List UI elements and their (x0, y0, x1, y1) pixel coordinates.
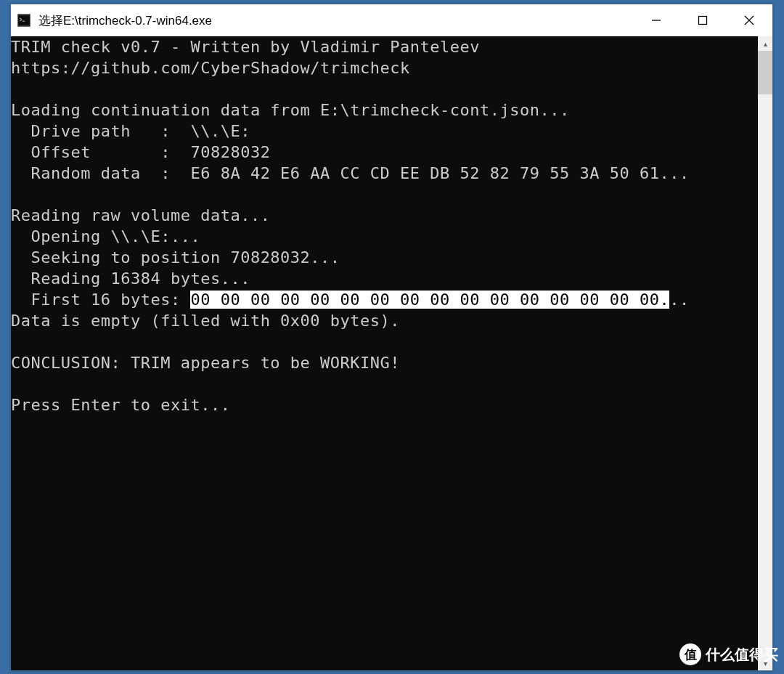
output-line: Offset : 70828032 (11, 143, 270, 161)
window-title: 选择E:\trimcheck-0.7-win64.exe (38, 12, 633, 29)
output-line: Reading raw volume data... (11, 206, 270, 224)
output-line: Loading continuation data from E:\trimch… (11, 101, 570, 119)
console-output[interactable]: TRIM check v0.7 - Written by Vladimir Pa… (11, 36, 758, 670)
watermark-text: 什么值得买 (706, 645, 778, 665)
app-window: 选择E:\trimcheck-0.7-win64.exe TRIM check … (10, 4, 773, 671)
maximize-button[interactable] (679, 4, 726, 36)
output-line: Reading 16384 bytes... (11, 269, 250, 288)
minimize-button[interactable] (633, 4, 679, 36)
output-line: Opening \\.\E:... (11, 227, 200, 245)
svg-rect-4 (699, 17, 707, 25)
svg-rect-1 (18, 15, 30, 25)
selected-text: 00 00 00 00 00 00 00 00 00 00 00 00 00 0… (190, 291, 669, 309)
title-bar[interactable]: 选择E:\trimcheck-0.7-win64.exe (11, 4, 772, 36)
output-line: Seeking to position 70828032... (11, 248, 340, 267)
output-line: https://github.com/CyberShadow/trimcheck (11, 59, 410, 77)
output-line-suffix: .. (669, 291, 690, 309)
vertical-scrollbar[interactable]: ▴ ▾ (758, 36, 772, 670)
scroll-thumb[interactable] (758, 51, 772, 94)
watermark: 值 什么值得买 (679, 643, 778, 665)
window-controls (633, 4, 772, 36)
console-app-icon (17, 13, 31, 28)
output-line: Press Enter to exit... (11, 396, 230, 414)
output-line: Drive path : \\.\E: (11, 122, 250, 140)
scroll-up-arrow-icon[interactable]: ▴ (758, 36, 772, 51)
output-line: CONCLUSION: TRIM appears to be WORKING! (11, 354, 400, 372)
console-area: TRIM check v0.7 - Written by Vladimir Pa… (11, 36, 772, 670)
close-button[interactable] (726, 4, 772, 36)
output-line: TRIM check v0.7 - Written by Vladimir Pa… (11, 38, 480, 56)
output-line: Data is empty (filled with 0x00 bytes). (11, 312, 400, 330)
output-line: Random data : E6 8A 42 E6 AA CC CD EE DB… (11, 164, 690, 182)
output-line-prefix: First 16 bytes: (11, 291, 190, 309)
watermark-badge-icon: 值 (679, 643, 701, 665)
